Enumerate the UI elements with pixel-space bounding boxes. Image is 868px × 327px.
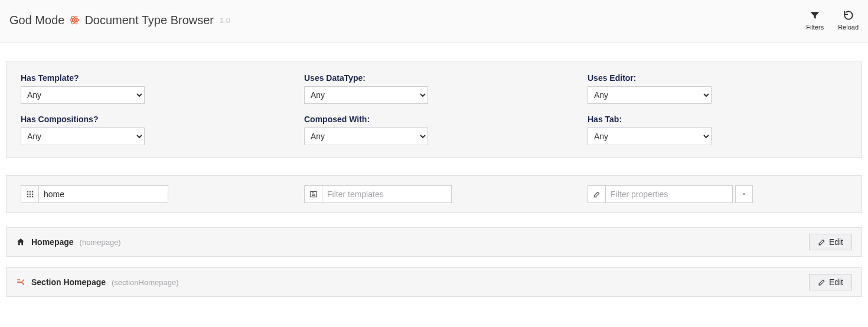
svg-rect-12 [31,196,32,197]
results-list: Homepage (homepage) Edit [6,227,862,297]
svg-rect-10 [27,196,28,197]
page-header: God Mode Document Type Browser 1.0 Filte… [0,0,868,43]
reload-label: Reload [838,24,859,31]
has-compositions-select[interactable]: Any [21,127,145,145]
edit-button[interactable]: Edit [809,234,852,250]
composed-with-select[interactable]: Any [304,127,428,145]
header-actions: Filters Reload [806,9,859,31]
filter-uses-datatype: Uses DataType: Any [304,73,564,104]
svg-rect-11 [29,196,30,197]
templates-filter-input[interactable] [322,185,452,203]
search-panel [6,175,862,213]
has-tab-label: Has Tab: [588,115,847,124]
svg-rect-7 [27,194,28,195]
filters-label: Filters [806,24,824,31]
name-filter-input[interactable] [38,185,168,203]
page-title: Document Type Browser [84,14,214,27]
filter-panel: Has Template? Any Uses DataType: Any Use… [6,61,862,158]
result-alias: (homepage) [80,238,121,247]
grid-icon [21,185,38,203]
edit-field-icon [588,185,605,203]
uses-editor-select[interactable]: Any [588,86,712,104]
search-properties-group [588,185,847,203]
has-tab-select[interactable]: Any [588,127,712,145]
page-title-block: God Mode Document Type Browser 1.0 [9,14,230,27]
svg-point-0 [74,19,76,21]
has-compositions-label: Has Compositions? [21,115,280,124]
newspaper-icon [304,185,322,203]
result-name: Section Homepage [31,277,106,287]
pencil-icon [818,279,825,286]
filter-has-template: Has Template? Any [21,73,280,104]
breadcrumb: God Mode [9,14,64,27]
svg-rect-9 [31,194,32,195]
svg-rect-5 [29,191,30,192]
edit-label: Edit [829,237,843,247]
edit-button[interactable]: Edit [809,274,852,290]
has-template-label: Has Template? [21,73,280,83]
result-alias: (sectionHomepage) [112,278,178,287]
svg-rect-6 [31,191,32,192]
fork-icon [16,277,25,287]
result-name: Homepage [31,237,74,247]
edit-label: Edit [829,277,843,287]
filter-composed-with: Composed With: Any [304,115,564,145]
uses-editor-label: Uses Editor: [588,73,847,83]
atom-icon [69,15,80,25]
svg-rect-8 [29,194,30,195]
home-icon [16,237,25,247]
result-row: Section Homepage (sectionHomepage) Edit [6,267,862,297]
filter-icon [809,9,821,21]
filter-has-compositions: Has Compositions? Any [21,115,280,145]
uses-datatype-label: Uses DataType: [304,73,564,83]
filter-uses-editor: Uses Editor: Any [588,73,847,104]
properties-filter-input[interactable] [605,185,733,203]
search-name-group [21,185,280,203]
search-templates-group [304,185,564,203]
reload-icon [843,9,854,21]
filters-button[interactable]: Filters [806,9,824,31]
filter-has-tab: Has Tab: Any [588,115,847,145]
reload-button[interactable]: Reload [838,9,859,31]
properties-filter-caret[interactable] [735,185,753,203]
pencil-icon [818,238,825,246]
uses-datatype-select[interactable]: Any [304,86,428,104]
svg-rect-4 [27,191,28,192]
result-row: Homepage (homepage) Edit [6,227,862,257]
composed-with-label: Composed With: [304,115,564,124]
caret-down-icon [741,191,747,197]
has-template-select[interactable]: Any [21,86,145,104]
page-version: 1.0 [220,16,230,25]
